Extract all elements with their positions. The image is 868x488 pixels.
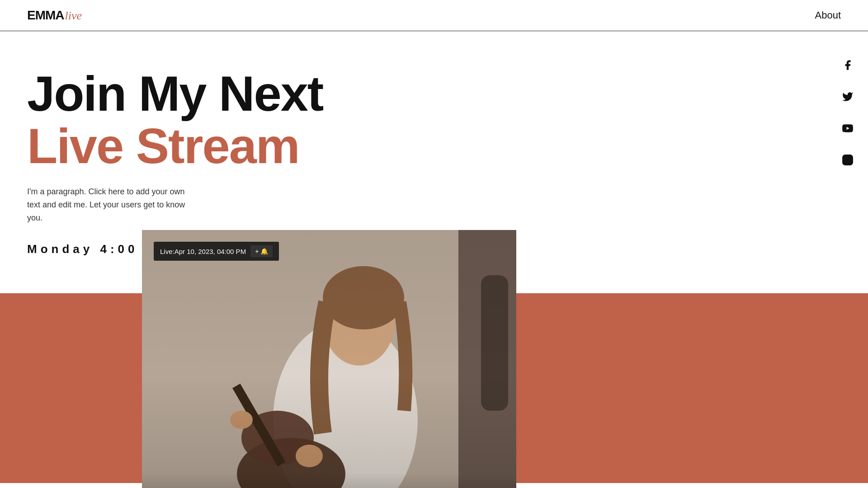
svg-rect-5 <box>458 230 516 488</box>
logo[interactable]: EMMAlive <box>27 8 82 23</box>
hero-title: Join My Next Live Stream <box>27 67 868 172</box>
hero-title-line2: Live Stream <box>27 118 299 174</box>
performances-label: Weekly Live Performances <box>142 473 516 488</box>
logo-emma: EMMA <box>27 8 64 23</box>
svg-rect-6 <box>481 275 508 411</box>
svg-point-13 <box>296 445 323 467</box>
svg-rect-4 <box>142 230 516 488</box>
svg-rect-12 <box>232 384 285 466</box>
youtube-icon[interactable] <box>841 122 854 135</box>
svg-rect-3 <box>142 230 516 488</box>
twitter-icon[interactable] <box>841 90 854 103</box>
svg-point-9 <box>323 266 404 329</box>
guitarist-image: Live:Apr 10, 2023, 04:00 PM + 🔔 Weekly L… <box>142 230 516 488</box>
main-nav: About <box>815 9 841 21</box>
about-link[interactable]: About <box>815 9 841 21</box>
live-badge-text: Live:Apr 10, 2023, 04:00 PM <box>160 248 246 255</box>
social-icons-container <box>841 58 868 167</box>
logo-live: live <box>65 9 82 23</box>
facebook-icon[interactable] <box>841 58 854 72</box>
bell-button[interactable]: + 🔔 <box>250 245 273 257</box>
svg-point-14 <box>230 411 253 429</box>
main-content: Join My Next Live Stream I'm a paragraph… <box>0 31 868 483</box>
svg-point-11 <box>241 411 314 465</box>
svg-point-8 <box>323 275 395 366</box>
hero-title-line1: Join My Next <box>27 66 323 121</box>
hero-description: I'm a paragraph. Click here to add your … <box>27 185 199 224</box>
svg-point-7 <box>273 320 418 488</box>
header: EMMAlive About <box>0 0 868 31</box>
video-section: Live:Apr 10, 2023, 04:00 PM + 🔔 Weekly L… <box>142 230 516 488</box>
live-badge: Live:Apr 10, 2023, 04:00 PM + 🔔 <box>154 242 279 261</box>
instagram-icon[interactable] <box>841 153 854 167</box>
